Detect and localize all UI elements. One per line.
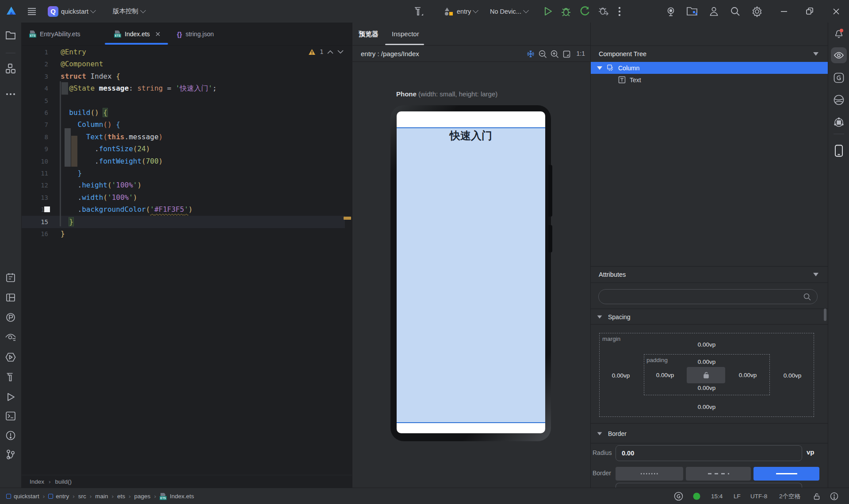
attributes-header[interactable]: Attributes xyxy=(591,267,828,283)
margin-left-value[interactable]: 0.00vp xyxy=(612,372,630,379)
unlock-icon[interactable] xyxy=(813,488,821,504)
profile-icon[interactable] xyxy=(708,0,719,23)
run-button[interactable] xyxy=(542,0,553,23)
close-tab-icon[interactable] xyxy=(155,31,161,37)
padding-right-value[interactable]: 0.00vp xyxy=(739,372,757,378)
vcs-widget[interactable]: 版本控制 xyxy=(113,0,145,23)
component-tree-header[interactable]: Component Tree xyxy=(591,46,828,62)
padding-left-value[interactable]: 0.00vp xyxy=(656,372,674,378)
tab-index[interactable]: ETS Index.ets xyxy=(114,23,161,46)
todo-icon[interactable] xyxy=(5,272,16,283)
border-section-header[interactable]: Border xyxy=(591,426,828,442)
layout-tool-icon[interactable] xyxy=(5,292,16,303)
border-dashed-button[interactable] xyxy=(686,467,751,481)
profiler-icon[interactable] xyxy=(5,352,16,363)
zoom-ratio-label[interactable]: 1:1 xyxy=(577,50,585,57)
minimize-button[interactable] xyxy=(779,0,789,23)
line-number: 3 xyxy=(22,70,48,83)
terminal-icon[interactable] xyxy=(5,411,16,421)
line-ending[interactable]: LF xyxy=(734,488,741,504)
device-manager-icon[interactable] xyxy=(665,0,677,23)
breadcrumb-method[interactable]: build() xyxy=(55,478,72,485)
attach-debugger-button[interactable] xyxy=(598,0,609,23)
debug-button[interactable] xyxy=(561,0,571,23)
breadcrumb-class[interactable]: Index xyxy=(30,478,44,485)
statusbar-breadcrumbs[interactable]: quickstart› entry› src› main› ets› pages… xyxy=(6,488,194,504)
expand-icon xyxy=(597,315,602,318)
code-line: .backgroundColor('#F1F3F5') xyxy=(61,203,352,216)
power-button xyxy=(548,225,552,252)
file-encoding[interactable]: UTF-8 xyxy=(750,488,767,504)
fit-to-window-icon[interactable] xyxy=(563,50,570,58)
collapse-icon[interactable] xyxy=(813,273,818,276)
tab-inspector[interactable]: Inspector xyxy=(392,30,419,38)
border-style-label: Border xyxy=(593,470,611,477)
statusbar-problems-icon[interactable] xyxy=(830,488,838,504)
phone-screen[interactable]: 快速入门 xyxy=(397,111,545,433)
module-square-icon xyxy=(48,494,53,499)
git-branch-icon[interactable] xyxy=(6,449,15,460)
structure-icon[interactable] xyxy=(6,63,15,74)
attribute-search-input[interactable] xyxy=(598,289,818,304)
build-tool-icon[interactable] xyxy=(5,372,16,383)
codegenie-icon[interactable] xyxy=(833,73,844,84)
tab-previewer[interactable]: 预览器 xyxy=(359,30,379,38)
lock-ratio-button[interactable] xyxy=(687,367,725,383)
border-dotted-button[interactable] xyxy=(616,467,683,481)
warning-icon xyxy=(308,49,316,55)
radius-input[interactable]: 0.00 xyxy=(616,445,802,461)
build-hammer-icon[interactable] xyxy=(413,0,424,23)
caret-position[interactable]: 15:4 xyxy=(711,488,723,504)
main-menu-icon[interactable] xyxy=(27,0,37,23)
margin-bottom-value[interactable]: 0.00vp xyxy=(698,404,716,410)
expand-icon[interactable] xyxy=(597,66,602,70)
collapse-icon[interactable] xyxy=(813,52,818,56)
zoom-in-icon[interactable] xyxy=(551,50,559,58)
next-issue-icon[interactable] xyxy=(337,50,344,54)
component-library-icon[interactable] xyxy=(833,117,844,128)
previewer-toggle-button[interactable] xyxy=(831,47,847,63)
preview-p-icon[interactable] xyxy=(5,312,16,323)
prev-issue-icon[interactable] xyxy=(327,50,333,54)
close-window-button[interactable] xyxy=(831,0,841,23)
globe-icon[interactable] xyxy=(833,95,844,106)
device-file-browser-icon[interactable] xyxy=(686,0,698,23)
tree-item-column[interactable]: Column xyxy=(591,62,828,74)
more-actions-icon[interactable] xyxy=(618,0,621,23)
active-tab-underline xyxy=(105,43,168,45)
color-swatch[interactable] xyxy=(44,206,50,212)
pin-snowflake-icon[interactable] xyxy=(527,50,535,58)
module-selector[interactable]: entry xyxy=(444,0,478,23)
border-solid-button[interactable] xyxy=(753,467,819,481)
inspections-widget[interactable]: 1 xyxy=(308,48,344,55)
tree-item-text[interactable]: Text xyxy=(591,74,828,86)
problems-icon[interactable] xyxy=(5,430,16,441)
tab-stringjson[interactable]: {} string.json xyxy=(177,23,214,46)
phone-device-icon[interactable] xyxy=(834,145,843,157)
run-tool-icon[interactable] xyxy=(5,392,16,402)
project-folder-icon[interactable] xyxy=(5,31,16,40)
search-everywhere-icon[interactable] xyxy=(730,0,741,23)
zoom-out-icon[interactable] xyxy=(539,50,547,58)
tab-entryability[interactable]: ETS EntryAbility.ets xyxy=(29,23,80,46)
rerun-button[interactable] xyxy=(579,0,590,23)
indent-style[interactable]: 2个空格 xyxy=(779,488,800,504)
margin-top-value[interactable]: 0.00vp xyxy=(698,341,716,348)
code-linter-icon[interactable] xyxy=(5,332,16,342)
error-stripe-mark[interactable] xyxy=(344,217,351,220)
code-editor[interactable]: 1@Entry2@Component3struct Index {4 @Stat… xyxy=(22,46,352,484)
codegenie-status-icon[interactable] xyxy=(674,488,683,504)
spacing-section-header[interactable]: Spacing xyxy=(591,309,828,325)
padding-bottom-value[interactable]: 0.00vp xyxy=(698,385,716,391)
restore-window-button[interactable] xyxy=(805,0,815,23)
previewer-tab-bar: 预览器 Inspector xyxy=(352,23,591,46)
notifications-bell-icon[interactable] xyxy=(834,28,844,39)
padding-top-value[interactable]: 0.00vp xyxy=(698,359,716,365)
scrollbar-thumb[interactable] xyxy=(824,309,826,321)
project-selector[interactable]: Q quickstart xyxy=(48,0,95,23)
more-tools-icon[interactable] xyxy=(5,93,16,95)
margin-right-value[interactable]: 0.00vp xyxy=(784,372,802,379)
settings-gear-icon[interactable] xyxy=(751,0,763,23)
device-selector[interactable]: No Devic... xyxy=(490,0,528,23)
tree-item-label: Column xyxy=(618,65,639,72)
